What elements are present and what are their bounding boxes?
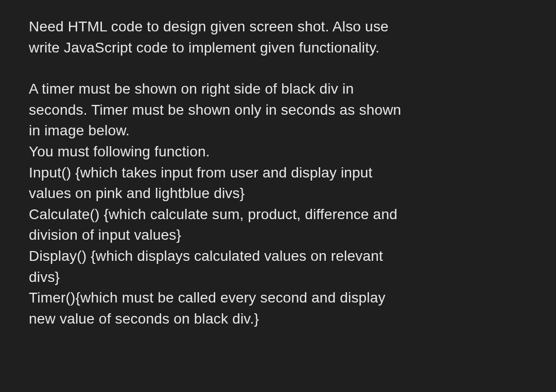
intro-paragraph: Need HTML code to design given screen sh… (29, 16, 527, 58)
text-line: in image below. (29, 120, 527, 141)
text-line: Calculate() {which calculate sum, produc… (29, 204, 527, 225)
text-line: division of input values} (29, 225, 527, 246)
text-line: new value of seconds on black div.} (29, 309, 527, 330)
text-line: Need HTML code to design given screen sh… (29, 16, 527, 38)
text-line: divs} (29, 267, 527, 288)
text-line: Timer(){which must be called every secon… (29, 288, 527, 309)
text-line: You must following function. (29, 141, 527, 163)
text-line: values on pink and lightblue divs} (29, 183, 527, 204)
text-line: A timer must be shown on right side of b… (29, 79, 527, 100)
text-line: seconds. Timer must be shown only in sec… (29, 100, 527, 121)
text-line: Input() {which takes input from user and… (29, 163, 527, 184)
text-line: Display() {which displays calculated val… (29, 246, 527, 267)
text-line: write JavaScript code to implement given… (29, 38, 527, 59)
requirements-paragraph: A timer must be shown on right side of b… (29, 79, 527, 329)
